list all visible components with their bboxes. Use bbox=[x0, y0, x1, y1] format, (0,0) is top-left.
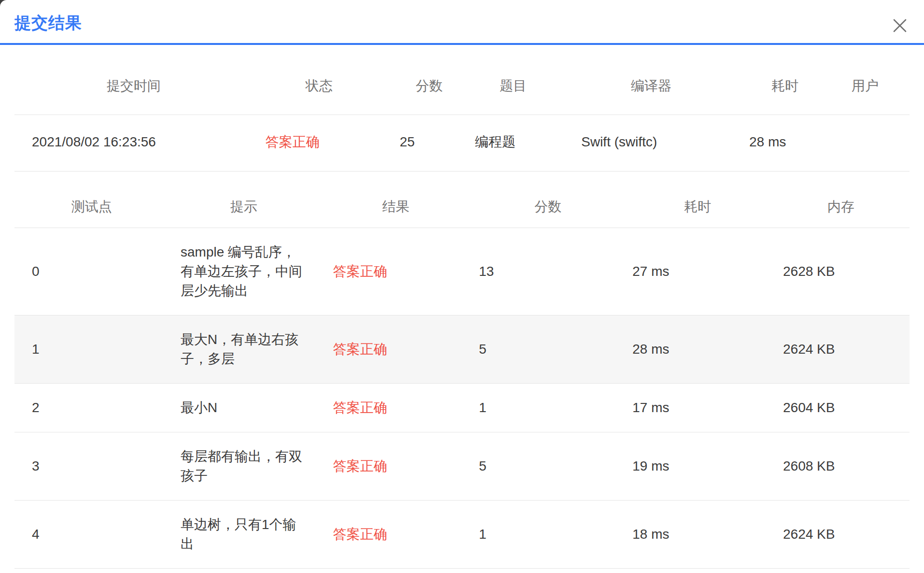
score-value: 25 bbox=[385, 115, 473, 172]
testpoint-duration: 17 ms bbox=[623, 384, 772, 432]
testpoint-score: 13 bbox=[473, 228, 623, 315]
testpoint-memory: 2604 KB bbox=[772, 384, 910, 432]
testpoint-score: 5 bbox=[473, 432, 623, 501]
testpoint-id: 4 bbox=[14, 501, 169, 569]
testpoint-score: 1 bbox=[473, 384, 623, 432]
summary-col-submit-time: 提交时间 bbox=[14, 45, 253, 115]
cases-col-result: 结果 bbox=[319, 172, 473, 228]
testpoint-hint: sample 编号乱序，有单边左孩子，中间层少先输出 bbox=[181, 243, 307, 301]
modal-body: 提交时间 状态 分数 题目 编译器 耗时 用户 2021/08/02 16:23… bbox=[14, 45, 910, 569]
table-row: 3 每层都有输出，有双孩子 答案正确 5 19 ms 2608 KB bbox=[14, 432, 910, 501]
testpoint-score: 5 bbox=[473, 315, 623, 384]
table-row: 0 sample 编号乱序，有单边左孩子，中间层少先输出 答案正确 13 27 … bbox=[14, 228, 910, 315]
table-row: 1 最大N，有单边右孩子，多层 答案正确 5 28 ms 2624 KB bbox=[14, 315, 910, 384]
testpoint-hint: 最大N，有单边右孩子，多层 bbox=[181, 330, 307, 369]
testpoint-memory: 2628 KB bbox=[772, 228, 910, 315]
testpoint-result: 答案正确 bbox=[319, 432, 473, 501]
cases-col-score: 分数 bbox=[473, 172, 623, 228]
modal-title: 提交结果 bbox=[14, 12, 82, 34]
testpoint-id: 3 bbox=[14, 432, 169, 501]
summary-header-row: 提交时间 状态 分数 题目 编译器 耗时 用户 bbox=[14, 45, 910, 115]
table-row: 2 最小N 答案正确 1 17 ms 2604 KB bbox=[14, 384, 910, 432]
testpoint-id: 2 bbox=[14, 384, 169, 432]
user-value bbox=[821, 115, 910, 172]
testpoint-duration: 19 ms bbox=[623, 432, 772, 501]
cases-col-memory: 内存 bbox=[772, 172, 910, 228]
cases-col-testpoint: 测试点 bbox=[14, 172, 169, 228]
testpoint-id: 1 bbox=[14, 315, 169, 384]
summary-col-user: 用户 bbox=[821, 45, 910, 115]
testpoint-duration: 18 ms bbox=[623, 501, 772, 569]
testpoint-duration: 28 ms bbox=[623, 315, 772, 384]
summary-col-score: 分数 bbox=[385, 45, 473, 115]
duration-value: 28 ms bbox=[749, 115, 821, 172]
summary-col-problem: 题目 bbox=[473, 45, 553, 115]
close-button[interactable] bbox=[891, 17, 909, 35]
table-row: 4 单边树，只有1个输出 答案正确 1 18 ms 2624 KB bbox=[14, 501, 910, 569]
status-value: 答案正确 bbox=[253, 115, 385, 172]
testpoint-memory: 2624 KB bbox=[772, 315, 910, 384]
problem-type-value: 编程题 bbox=[473, 115, 553, 172]
testpoint-memory: 2608 KB bbox=[772, 432, 910, 501]
cases-col-duration: 耗时 bbox=[623, 172, 772, 228]
testpoint-result: 答案正确 bbox=[319, 315, 473, 384]
summary-col-duration: 耗时 bbox=[749, 45, 821, 115]
testpoint-memory: 2624 KB bbox=[772, 501, 910, 569]
testpoint-hint: 每层都有输出，有双孩子 bbox=[181, 447, 307, 486]
submission-summary-table: 提交时间 状态 分数 题目 编译器 耗时 用户 2021/08/02 16:23… bbox=[14, 45, 910, 172]
testpoint-duration: 27 ms bbox=[623, 228, 772, 315]
modal-header: 提交结果 bbox=[0, 0, 924, 45]
close-icon bbox=[892, 18, 908, 35]
cases-col-hint: 提示 bbox=[169, 172, 319, 228]
compiler-value: Swift (swiftc) bbox=[553, 115, 749, 172]
testpoint-hint: 最小N bbox=[181, 398, 217, 417]
submission-result-modal: 提交结果 提交时间 状态 分数 题目 编译器 bbox=[0, 0, 924, 573]
testpoint-result: 答案正确 bbox=[319, 384, 473, 432]
testpoint-result: 答案正确 bbox=[319, 501, 473, 569]
submit-time-value: 2021/08/02 16:23:56 bbox=[14, 115, 253, 172]
testpoint-result: 答案正确 bbox=[319, 228, 473, 315]
summary-col-status: 状态 bbox=[253, 45, 385, 115]
cases-header-row: 测试点 提示 结果 分数 耗时 内存 bbox=[14, 172, 910, 228]
testpoint-id: 0 bbox=[14, 228, 169, 315]
summary-col-compiler: 编译器 bbox=[553, 45, 749, 115]
summary-data-row: 2021/08/02 16:23:56 答案正确 25 编程题 Swift (s… bbox=[14, 115, 910, 172]
test-cases-table: 测试点 提示 结果 分数 耗时 内存 0 sample 编号乱序，有单边左孩子，… bbox=[14, 172, 910, 569]
testpoint-score: 1 bbox=[473, 501, 623, 569]
testpoint-hint: 单边树，只有1个输出 bbox=[181, 515, 307, 554]
